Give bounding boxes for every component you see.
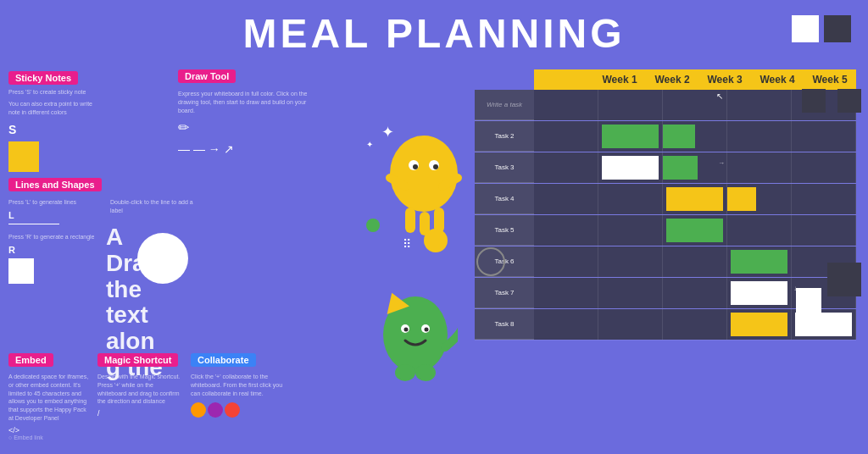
task5-w5: [792, 215, 856, 246]
draw-tool-desc: Express your whiteboard in full color. C…: [178, 90, 322, 114]
task8-white-bar: [795, 313, 852, 336]
small-green-dot: [366, 219, 380, 232]
task8-w4: [727, 309, 792, 340]
task5-w2: [598, 215, 663, 246]
task0-w4: [727, 90, 792, 120]
magic-shortcut-desc: Design with the Magic shortcut. Press '+…: [97, 373, 182, 406]
magic-shortcut-section: Magic Shortcut Design with the Magic sho…: [97, 352, 182, 418]
svg-point-14: [425, 328, 429, 332]
svg-point-0: [390, 136, 458, 212]
week3-header: Week 3: [698, 69, 751, 90]
line-demo: [8, 224, 59, 224]
yellow-character: [373, 123, 475, 241]
task7-w1: [534, 278, 598, 308]
task8-w3: [663, 309, 727, 340]
task3-w2: [598, 152, 663, 183]
task5-green-bar: [666, 219, 723, 242]
embed-link-icon: ○ Embed link: [8, 435, 89, 440]
table-row: Task 2: [475, 121, 856, 152]
week1-header: Week 1: [593, 69, 646, 90]
pencil-icon: ✏: [178, 119, 322, 136]
task8-label: Task 8: [475, 309, 534, 340]
write-task-label[interactable]: Write a task: [475, 90, 534, 120]
svg-rect-5: [405, 208, 415, 233]
week2-header: Week 2: [646, 69, 698, 90]
avatar-1: [191, 402, 206, 418]
shape-shortcut-r: R: [8, 245, 95, 255]
table-row: Task 3 →: [475, 152, 856, 184]
task8-w1: [534, 309, 598, 340]
dark-square: [824, 15, 851, 42]
task4-w2: [598, 184, 663, 214]
task6-circle: [476, 247, 505, 276]
task2-w2: [598, 121, 663, 152]
embed-section: Embed A dedicated space for iframes, or …: [8, 352, 89, 440]
line-shortcut-l: L: [8, 210, 85, 220]
task3-w5: [792, 152, 856, 183]
task8-yellow-bar: [731, 313, 787, 336]
sticky-shortcut: S: [8, 123, 93, 136]
draw-tool-label: Draw Tool: [178, 69, 236, 83]
task5-w1: [534, 215, 598, 246]
dots-icon: ⠿: [403, 237, 411, 251]
task5-w4: [727, 215, 792, 246]
sticky-notes-desc2: You can also extra point to write note i…: [8, 100, 93, 117]
task0-w1: [534, 90, 598, 120]
task4-w3: [663, 184, 727, 214]
task7-label: Task 7: [475, 278, 534, 308]
top-right-decoration: [792, 15, 851, 42]
float-white-sq-1: [796, 288, 821, 313]
table-row: Task 6: [475, 246, 856, 278]
table-row: Task 5: [475, 215, 856, 246]
task8-w5: [792, 309, 856, 340]
yellow-circle: [424, 229, 448, 252]
task7-w2: [598, 278, 663, 308]
task2-w5: [792, 121, 856, 152]
arrow-right-icon: →: [718, 159, 725, 167]
task4-yellow-bar2: [727, 187, 756, 211]
float-dark-sq-3: [827, 263, 861, 296]
table-row: Task 8: [475, 309, 856, 340]
task0-w3: ↖: [663, 90, 727, 120]
table-row: Task 4: [475, 184, 856, 215]
svg-point-3: [413, 164, 418, 169]
task7-w3: [663, 278, 727, 308]
task2-bar2: [663, 125, 695, 148]
task6-w2: [598, 246, 663, 277]
task5-label: Task 5: [475, 215, 534, 246]
avatar-2: [208, 402, 223, 418]
task4-yellow-bar: [666, 187, 723, 211]
task2-w4: [727, 121, 792, 152]
magic-shortcut-label: Magic Shortcut: [97, 353, 178, 367]
task3-w4: [727, 152, 792, 183]
task3-w1: [534, 152, 598, 183]
task3-white-bar: [602, 156, 659, 180]
week4-header: Week 4: [751, 69, 804, 90]
collaborate-section: Collaborate Click the '+' collaborate to…: [191, 352, 284, 418]
lines-shapes-section: Lines and Shapes Press 'L' to generate l…: [8, 176, 322, 284]
table-row: Write a task ↖: [475, 90, 856, 121]
slash-icon: /: [97, 409, 182, 418]
float-dark-sq-1: [837, 89, 861, 113]
float-dark-sq-2: [802, 89, 826, 113]
shape-desc: Press 'R' to generate a rectangle: [8, 233, 95, 241]
page-title: MEAL PLANNING: [0, 10, 868, 57]
task2-bar: [602, 125, 659, 148]
task6-w4: [727, 246, 792, 277]
week5-header: Week 5: [804, 69, 856, 90]
svg-point-4: [433, 164, 438, 169]
gantt-header: Week 1 Week 2 Week 3 Week 4 Week 5: [534, 69, 856, 90]
collaborate-label: Collaborate: [191, 353, 256, 367]
embed-label: Embed: [8, 353, 53, 367]
task4-w1: [534, 184, 598, 214]
task2-cells: [534, 121, 856, 152]
task5-w3: [663, 215, 727, 246]
task6-w3: [663, 246, 727, 277]
task4-label: Task 4: [475, 184, 534, 214]
task6-label: Task 6: [475, 246, 534, 277]
task3-w3: →: [663, 152, 727, 183]
arrow-demo: — — → ↗: [178, 142, 322, 156]
avatar-3: [225, 402, 240, 418]
task6-green-bar: [731, 250, 787, 274]
task3-label: Task 3: [475, 152, 534, 183]
